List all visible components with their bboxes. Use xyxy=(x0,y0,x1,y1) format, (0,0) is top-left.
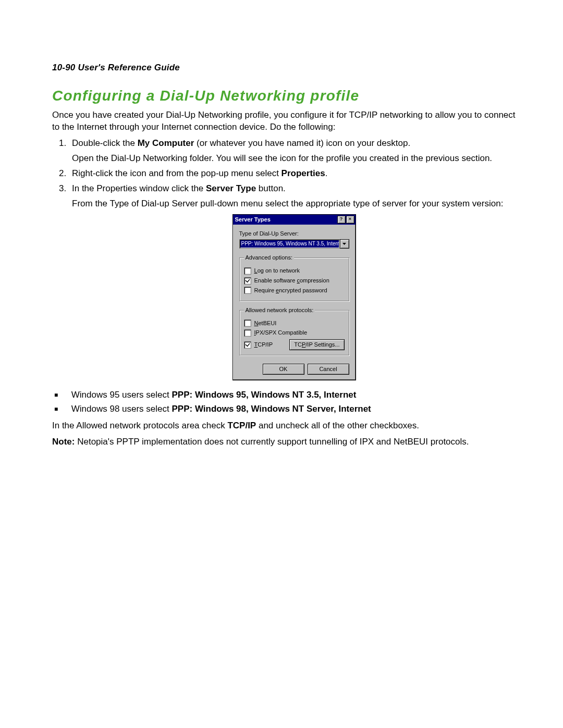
netbeui-checkbox[interactable] xyxy=(244,319,251,327)
netbeui-label: NetBEUI xyxy=(254,319,277,327)
bullet-2-text: Windows 98 users select xyxy=(71,404,172,414)
bullet-win98: Windows 98 users select PPP: Windows 98,… xyxy=(69,402,516,416)
logon-label: LLog on to networkog on to network xyxy=(254,267,300,275)
advanced-options-group: Advanced options: LLog on to networkog o… xyxy=(239,254,349,301)
tail-paragraph-2: Note: Netopia's PPTP implementation does… xyxy=(52,436,516,448)
dialog-screenshot: Server Types ? × Type of Dial-Up Server:… xyxy=(72,214,516,380)
step-3-text-b: button. xyxy=(256,183,286,193)
step-3-sub: From the Type of Dial-up Server pull-dow… xyxy=(72,198,516,210)
intro-paragraph: Once you have created your Dial-Up Netwo… xyxy=(52,109,516,133)
protocols-legend: Allowed network protocols: xyxy=(244,306,315,314)
step-2: Right-click the icon and from the pop-up… xyxy=(69,168,516,180)
protocols-group: Allowed network protocols: NetBEUI IPX/S… xyxy=(239,306,349,355)
encrypt-checkbox[interactable] xyxy=(244,287,251,294)
tcpip-label: TCP/IP xyxy=(254,341,273,349)
logon-checkbox-row[interactable]: LLog on to networkog on to network xyxy=(244,267,345,275)
ok-button[interactable]: OK xyxy=(263,364,304,375)
steps-list: Double-click the My Computer (or whateve… xyxy=(52,138,516,380)
titlebar-buttons: ? × xyxy=(337,216,354,224)
compression-label: Enable software compression xyxy=(254,277,329,285)
bullet-2-bold: PPP: Windows 98, Windows NT Server, Inte… xyxy=(172,404,371,414)
advanced-options-legend: Advanced options: xyxy=(244,254,295,262)
note-text: Netopia's PPTP implementation does not c… xyxy=(75,437,469,447)
step-3: In the Properties window click the Serve… xyxy=(69,183,516,380)
step-3-text-a: In the Properties window click the xyxy=(72,183,206,193)
tcpip-checkbox-row[interactable]: TCP/IP xyxy=(244,341,273,349)
step-2-text-b: . xyxy=(325,168,328,178)
bullet-1-bold: PPP: Windows 95, Windows NT 3.5, Interne… xyxy=(172,390,356,400)
step-1: Double-click the My Computer (or whateve… xyxy=(69,138,516,165)
note-label: Note: xyxy=(52,437,75,447)
tail-1-bold: TCP/IP xyxy=(227,421,256,430)
step-1-sub: Open the Dial-Up Networking folder. You … xyxy=(72,153,516,165)
dropdown-arrow-icon[interactable] xyxy=(340,239,349,249)
logon-checkbox[interactable] xyxy=(244,267,251,275)
server-type-value: PPP: Windows 95, Windows NT 3.5, Interne… xyxy=(239,239,340,249)
tail-paragraph-1: In the Allowed network protocols area ch… xyxy=(52,420,516,432)
step-2-bold: Properties xyxy=(282,168,325,178)
step-2-text-a: Right-click the icon and from the pop-up… xyxy=(72,168,282,178)
step-1-text-b: (or whatever you have named it) icon on … xyxy=(194,138,410,148)
compression-checkbox[interactable] xyxy=(244,277,251,285)
type-label: Type of Dial-Up Server: xyxy=(239,230,349,238)
bullet-win95: Windows 95 users select PPP: Windows 95,… xyxy=(69,388,516,402)
cancel-button[interactable]: Cancel xyxy=(308,364,349,375)
section-title: Configuring a Dial-Up Networking profile xyxy=(52,88,516,104)
page-header: 10-90 User's Reference Guide xyxy=(52,63,516,73)
tcpip-row: TCP/IP TCP/IP Settings... xyxy=(244,339,345,351)
close-button[interactable]: × xyxy=(346,216,354,224)
step-1-text-a: Double-click the xyxy=(72,138,138,148)
step-3-bold: Server Type xyxy=(206,183,256,193)
encrypt-checkbox-row[interactable]: Require encrypted password xyxy=(244,287,345,294)
help-button[interactable]: ? xyxy=(337,216,346,224)
bullet-1-text: Windows 95 users select xyxy=(71,390,172,400)
server-type-dropdown[interactable]: PPP: Windows 95, Windows NT 3.5, Interne… xyxy=(239,239,349,249)
server-types-dialog: Server Types ? × Type of Dial-Up Server:… xyxy=(232,214,356,380)
bullet-list: Windows 95 users select PPP: Windows 95,… xyxy=(52,388,516,416)
dialog-buttons: OK Cancel xyxy=(233,364,356,380)
tail-1-b: and uncheck all of the other checkboxes. xyxy=(256,421,419,430)
dialog-title: Server Types xyxy=(235,216,271,224)
tail-1-a: In the Allowed network protocols area ch… xyxy=(52,421,227,430)
document-page: 10-90 User's Reference Guide Configuring… xyxy=(0,0,563,499)
ipx-checkbox[interactable] xyxy=(244,329,251,337)
ipx-checkbox-row[interactable]: IPX/SPX Compatible xyxy=(244,329,345,337)
ipx-label: IPX/SPX Compatible xyxy=(254,329,308,337)
compression-checkbox-row[interactable]: Enable software compression xyxy=(244,277,345,285)
tcpip-settings-button[interactable]: TCP/IP Settings... xyxy=(289,339,344,350)
svg-marker-0 xyxy=(342,243,346,245)
dialog-titlebar: Server Types ? × xyxy=(233,215,356,225)
tcpip-checkbox[interactable] xyxy=(244,341,251,349)
step-1-bold: My Computer xyxy=(138,138,194,148)
encrypt-label: Require encrypted password xyxy=(254,287,327,294)
netbeui-checkbox-row[interactable]: NetBEUI xyxy=(244,319,345,327)
dialog-body: Type of Dial-Up Server: PPP: Windows 95,… xyxy=(233,225,356,364)
